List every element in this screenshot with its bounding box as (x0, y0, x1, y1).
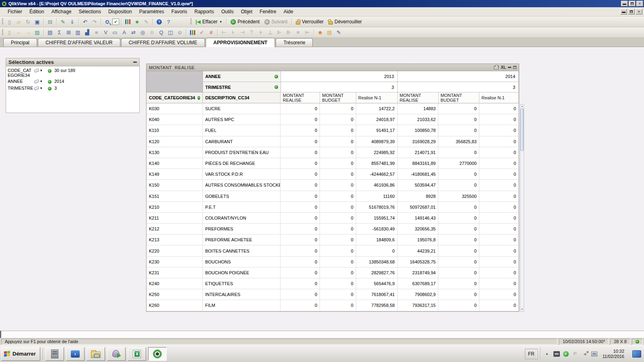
clear-field-eraser-icon[interactable] (34, 86, 39, 90)
pivot-vertical-scrollbar[interactable]: ▲ ▼ (520, 104, 524, 312)
create-checkbox-icon[interactable]: V (101, 29, 110, 37)
chevron-down-icon[interactable]: ▾ (40, 68, 42, 72)
start-button[interactable]: Démarrer (1, 347, 40, 361)
notes-icon[interactable]: ✎ (142, 18, 151, 26)
pivot-cell-value[interactable]: 0 (479, 234, 519, 245)
pivot-cell-value[interactable]: 0 (281, 224, 320, 234)
pivot-cell-description[interactable]: AUTRES MPC (203, 114, 281, 125)
pivot-cell-value[interactable]: 155951,74 (356, 213, 398, 224)
toolbar-grip[interactable] (2, 19, 3, 25)
edit-script-icon[interactable]: ✎ (334, 29, 343, 37)
pivot-cell-value[interactable]: 91491,17 (356, 125, 398, 136)
pivot-cell-value[interactable]: 0 (438, 147, 479, 158)
close-button[interactable]: × (636, 1, 643, 6)
pivot-cell-value[interactable]: 0 (438, 257, 479, 267)
pivot-cell-value[interactable]: 0 (320, 114, 356, 125)
pivot-cell-value[interactable]: 325500 (438, 191, 479, 202)
create-custom-object-icon[interactable]: ◫ (166, 29, 175, 37)
taskbar-app-file-explorer[interactable] (87, 347, 105, 361)
flag-icon[interactable]: ⚐ (572, 351, 578, 357)
create-search-object-icon[interactable]: Q (157, 29, 165, 37)
vm-icon[interactable]: vm (553, 351, 560, 357)
pivot-cell-value[interactable]: 0 (479, 267, 519, 278)
pivot-cell-value[interactable]: 0 (438, 213, 479, 224)
pivot-cell-description[interactable]: COLORANT/NYLON (203, 213, 281, 224)
pivot-cell-value[interactable]: 0 (479, 191, 519, 202)
design-grid-icon[interactable]: # (207, 29, 215, 37)
pivot-cell-description[interactable]: PREFORME ACHETEE (203, 234, 281, 245)
pivot-cell-value[interactable]: 44239,21 (398, 245, 439, 256)
pivot-cell-value[interactable]: 0 (281, 245, 320, 256)
pivot-cell-description[interactable]: GOBELETS (203, 191, 281, 202)
pivot-cell-value[interactable]: 0 (281, 169, 320, 180)
pivot-cell-value[interactable]: 0 (281, 213, 320, 224)
minimize-icon[interactable] (133, 62, 137, 63)
pivot-cell-code[interactable]: K120 (147, 136, 203, 147)
pivot-measure-header[interactable]: MONTANT BUDGET (439, 93, 480, 103)
pivot-cell-code[interactable]: K231 (147, 267, 203, 278)
context-help-icon[interactable]: ? (164, 18, 173, 26)
pivot-cell-value[interactable]: 0 (320, 300, 356, 311)
pivot-cell-value[interactable]: 0 (438, 245, 479, 256)
pivot-cell-code[interactable]: K250 (147, 289, 203, 300)
chevron-down-icon[interactable]: ▾ (40, 86, 42, 90)
toolbar-grip[interactable] (190, 19, 192, 25)
pivot-measure-header[interactable]: Realise N-1 (356, 93, 398, 103)
pivot-cell-code[interactable]: K211 (147, 213, 203, 224)
pivot-cell-code[interactable]: K030 (147, 103, 203, 114)
unlock-button[interactable]: Déverrouiller (326, 18, 364, 25)
menu-fichier[interactable]: Fichier (4, 8, 26, 16)
pivot-cell-value[interactable]: 7618067,41 (356, 289, 398, 300)
pivot-cell-value[interactable]: 21033,62 (398, 114, 439, 125)
lock-button[interactable]: Verrouiller (293, 18, 326, 25)
help-icon[interactable]: ? (155, 18, 163, 26)
chart-wizard-icon[interactable] (188, 29, 197, 37)
user-preferences-icon[interactable]: ☻ (316, 29, 324, 37)
pivot-cell-value[interactable]: 0 (438, 169, 479, 180)
pivot-cell-value[interactable]: 2829827,76 (356, 267, 398, 278)
snap-to-grid-icon[interactable]: ⊨ (303, 29, 312, 37)
pivot-measure-header[interactable]: Realise N-1 (479, 93, 519, 103)
language-indicator[interactable]: FR (525, 349, 538, 359)
menu-objet[interactable]: Objet (237, 8, 256, 16)
pivot-cell-description[interactable]: AUTRES CONSOMMABLES STOCKÉS (203, 180, 281, 191)
pivot-cell-value[interactable]: 0 (438, 125, 479, 136)
pivot-cell-value[interactable]: 0 (320, 234, 356, 245)
create-multibox-icon[interactable]: = (92, 29, 101, 37)
pivot-cell-value[interactable]: 0 (281, 158, 320, 169)
pivot-annee-value[interactable]: 2014 (398, 71, 519, 82)
pivot-cell-value[interactable]: 0 (320, 267, 356, 278)
print-icon[interactable]: ⊟ (46, 18, 54, 26)
pivot-cell-value[interactable]: 0 (438, 234, 479, 245)
pivot-cell-value[interactable]: 3169028,29 (398, 136, 439, 147)
pivot-cell-value[interactable]: 7782958,58 (356, 300, 398, 311)
print-icon[interactable] (494, 66, 499, 69)
edit-sheet-icon[interactable]: ✎ (59, 18, 67, 26)
menu-selections[interactable]: Sélections (75, 8, 105, 16)
minimize-icon[interactable] (508, 67, 511, 68)
pivot-measure-header[interactable]: MONTANT REALISE (398, 93, 439, 103)
pivot-cell-description[interactable]: SUCRE (203, 103, 281, 114)
pivot-cell-value[interactable]: 0 (479, 278, 519, 289)
align-center-vertical-icon[interactable]: ⊧ (257, 29, 265, 37)
scroll-up-icon[interactable]: ▲ (521, 105, 523, 108)
pivot-cell-value[interactable]: 0 (281, 191, 320, 202)
create-input-box-icon[interactable]: ▥ (74, 29, 82, 37)
align-bottom-icon[interactable]: ⊥ (266, 29, 275, 37)
pivot-cell-code[interactable]: K213 (147, 234, 203, 245)
pivot-cell-value[interactable]: 0 (320, 180, 356, 191)
align-right-icon[interactable]: ⊣ (238, 29, 247, 37)
pivot-cell-value[interactable]: 214071,91 (398, 147, 439, 158)
usb-safely-remove-icon[interactable]: ✔ (563, 351, 569, 357)
pivot-cell-value[interactable]: 149146,43 (398, 213, 439, 224)
pivot-cell-value[interactable]: 7908602,9 (398, 289, 439, 300)
pivot-cell-value[interactable]: 0 (281, 278, 320, 289)
menu-parametres[interactable]: Paramètres (136, 8, 168, 16)
add-bookmark-icon[interactable]: ★ (133, 18, 141, 26)
pivot-cell-code[interactable]: K212 (147, 224, 203, 234)
pivot-trimestre-value[interactable]: 3 (398, 82, 519, 93)
pivot-cell-value[interactable]: 0 (320, 245, 356, 256)
pivot-cell-value[interactable]: 0 (479, 169, 519, 180)
sheet-tab-principal[interactable]: Principal (3, 38, 37, 47)
chevron-down-icon[interactable]: ▼ (219, 20, 222, 24)
